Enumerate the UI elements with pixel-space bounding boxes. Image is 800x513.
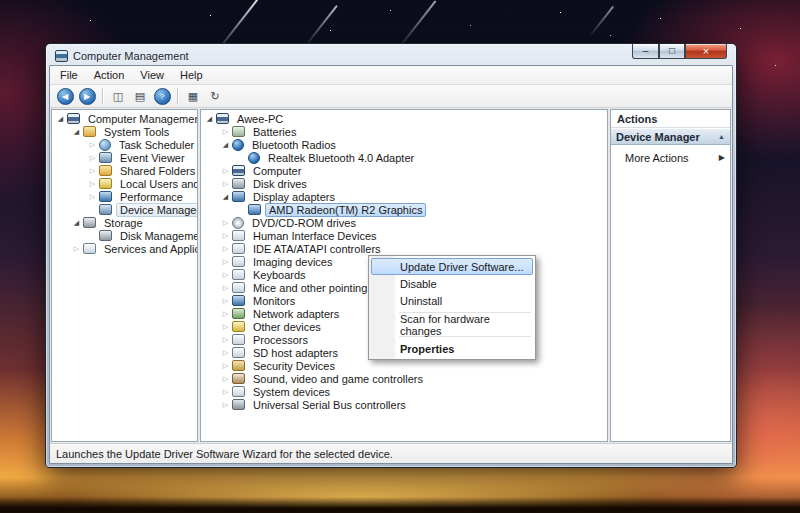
actions-section-device-manager[interactable]: Device Manager ▲	[611, 128, 730, 145]
expander-collapsed-icon[interactable]: ▷	[87, 177, 98, 190]
expander-collapsed-icon[interactable]: ▷	[220, 398, 231, 411]
network-icon	[232, 308, 245, 319]
expander-collapsed-icon[interactable]: ▷	[220, 307, 231, 320]
tree-item-security-devices[interactable]: ▷Security Devices	[201, 359, 607, 372]
tree-item-label: DVD/CD-ROM drives	[248, 216, 360, 230]
context-menu-item-uninstall[interactable]: Uninstall	[371, 292, 533, 309]
tree-item-label: Computer	[249, 164, 305, 178]
tree-item-storage[interactable]: ◢Storage	[52, 216, 197, 229]
tree-item-dvd-cd-rom-drives[interactable]: ▷DVD/CD-ROM drives	[201, 216, 607, 229]
properties-icon[interactable]: ▤	[129, 87, 151, 106]
tree-item-system-tools[interactable]: ◢System Tools	[52, 125, 197, 138]
tree-item-local-users-and-groups[interactable]: ▷Local Users and Groups	[52, 177, 197, 190]
tree-item-sound-video-and-game-controllers[interactable]: ▷Sound, video and game controllers	[201, 372, 607, 385]
devmgr-icon	[99, 204, 112, 215]
expander-expanded-icon[interactable]: ◢	[71, 125, 82, 138]
window-titlebar[interactable]: Computer Management – □ ×	[49, 44, 733, 65]
console-content: ◢Computer Management (Local)◢System Tool…	[50, 108, 732, 443]
expander-collapsed-icon[interactable]: ▷	[220, 359, 231, 372]
tree-item-services-and-applications[interactable]: ▷Services and Applications	[52, 242, 197, 255]
expander-collapsed-icon[interactable]: ▷	[220, 164, 231, 177]
expander-collapsed-icon[interactable]: ▷	[220, 255, 231, 268]
context-menu-item-disable[interactable]: Disable	[371, 275, 533, 292]
tree-item-awee-pc[interactable]: ◢Awee-PC	[201, 112, 607, 125]
tree-item-universal-serial-bus-controllers[interactable]: ▷Universal Serial Bus controllers	[201, 398, 607, 411]
menu-help[interactable]: Help	[172, 67, 211, 83]
tree-item-label: Computer Management (Local)	[84, 112, 198, 126]
expander-collapsed-icon[interactable]: ▷	[87, 190, 98, 203]
tree-item-disk-drives[interactable]: ▷Disk drives	[201, 177, 607, 190]
context-menu-item-properties[interactable]: Properties	[371, 340, 533, 357]
tree-item-ide-ata-atapi-controllers[interactable]: ▷IDE ATA/ATAPI controllers	[201, 242, 607, 255]
expander-expanded-icon[interactable]: ◢	[220, 138, 231, 151]
bluetooth-icon	[232, 139, 244, 151]
tree-item-task-scheduler[interactable]: ▷Task Scheduler	[52, 138, 197, 151]
back-icon[interactable]: ◀	[54, 87, 76, 106]
expander-expanded-icon[interactable]: ◢	[220, 190, 231, 203]
forward-icon[interactable]: ▶	[76, 87, 98, 106]
tree-item-label: Awee-PC	[233, 112, 287, 126]
expander-collapsed-icon[interactable]: ▷	[220, 177, 231, 190]
menu-action[interactable]: Action	[86, 67, 133, 83]
expander-expanded-icon[interactable]: ◢	[71, 216, 82, 229]
tree-item-performance[interactable]: ▷Performance	[52, 190, 197, 203]
close-button[interactable]: ×	[685, 44, 727, 59]
tree-item-bluetooth-radios[interactable]: ◢Bluetooth Radios	[201, 138, 607, 151]
toolbar-separator	[102, 88, 103, 104]
tree-item-display-adapters[interactable]: ◢Display adapters	[201, 190, 607, 203]
expander-collapsed-icon[interactable]: ▷	[87, 138, 98, 151]
tree-item-device-manager[interactable]: Device Manager	[52, 203, 197, 216]
expander-collapsed-icon[interactable]: ▷	[220, 333, 231, 346]
more-actions-item[interactable]: More Actions ▶	[611, 149, 730, 166]
expander-collapsed-icon[interactable]: ▷	[71, 242, 82, 255]
scan-hardware-icon[interactable]: ↻	[204, 87, 226, 106]
expander-collapsed-icon[interactable]: ▷	[220, 385, 231, 398]
expander-collapsed-icon[interactable]: ▷	[220, 216, 231, 229]
expander-collapsed-icon[interactable]: ▷	[220, 125, 231, 138]
computer-icon	[216, 113, 229, 124]
expander-collapsed-icon[interactable]: ▷	[87, 164, 98, 177]
tree-item-label: Bluetooth Radios	[248, 138, 340, 152]
meteor-streak	[304, 5, 338, 47]
expander-collapsed-icon[interactable]: ▷	[220, 372, 231, 385]
show-hide-console-tree-icon[interactable]: ◫	[107, 87, 129, 106]
expander-collapsed-icon[interactable]: ▷	[87, 151, 98, 164]
maximize-button[interactable]: □	[659, 44, 685, 59]
expander-collapsed-icon[interactable]: ▷	[220, 346, 231, 359]
window-title: Computer Management	[73, 50, 189, 62]
collapse-icon[interactable]: ▲	[718, 133, 725, 140]
tree-item-label: System devices	[249, 385, 334, 399]
tree-item-system-devices[interactable]: ▷System devices	[201, 385, 607, 398]
tree-item-amd-radeon-tm-r2-graphics[interactable]: AMD Radeon(TM) R2 Graphics	[201, 203, 607, 216]
tree-item-computer[interactable]: ▷Computer	[201, 164, 607, 177]
expander-expanded-icon[interactable]: ◢	[55, 112, 66, 125]
menu-view[interactable]: View	[132, 67, 172, 83]
expander-collapsed-icon[interactable]: ▷	[220, 268, 231, 281]
expander-collapsed-icon[interactable]: ▷	[220, 281, 231, 294]
help-icon[interactable]: ?	[151, 87, 173, 106]
tree-item-label: AMD Radeon(TM) R2 Graphics	[265, 203, 426, 217]
tree-item-human-interface-devices[interactable]: ▷Human Interface Devices	[201, 229, 607, 242]
devices-icon[interactable]: ▦	[182, 87, 204, 106]
tree-item-realtek-bluetooth-4-0-adapter[interactable]: Realtek Bluetooth 4.0 Adapter	[201, 151, 607, 164]
expander-collapsed-icon[interactable]: ▷	[220, 242, 231, 255]
minimize-button[interactable]: –	[632, 44, 659, 59]
window-client-area: FileActionViewHelp ◀▶◫▤?▦↻ ◢Computer Man…	[49, 65, 733, 464]
tree-item-shared-folders[interactable]: ▷Shared Folders	[52, 164, 197, 177]
expander-collapsed-icon[interactable]: ▷	[220, 294, 231, 307]
context-menu: Update Driver Software...DisableUninstal…	[368, 255, 536, 360]
context-menu-item-scan-for-hardware-changes[interactable]: Scan for hardware changes	[371, 316, 533, 333]
tree-item-computer-management-local[interactable]: ◢Computer Management (Local)	[52, 112, 197, 125]
tree-item-event-viewer[interactable]: ▷Event Viewer	[52, 151, 197, 164]
expander-collapsed-icon[interactable]: ▷	[220, 229, 231, 242]
context-menu-item-update-driver-software[interactable]: Update Driver Software...	[371, 258, 533, 275]
expander-expanded-icon[interactable]: ◢	[204, 112, 215, 125]
tree-item-disk-management[interactable]: Disk Management	[52, 229, 197, 242]
display-icon	[232, 191, 245, 202]
submenu-arrow-icon: ▶	[719, 153, 725, 162]
tree-item-label: Imaging devices	[249, 255, 337, 269]
tree-item-batteries[interactable]: ▷Batteries	[201, 125, 607, 138]
menu-file[interactable]: File	[52, 67, 86, 83]
tree-item-label: Network adapters	[249, 307, 343, 321]
expander-collapsed-icon[interactable]: ▷	[220, 320, 231, 333]
